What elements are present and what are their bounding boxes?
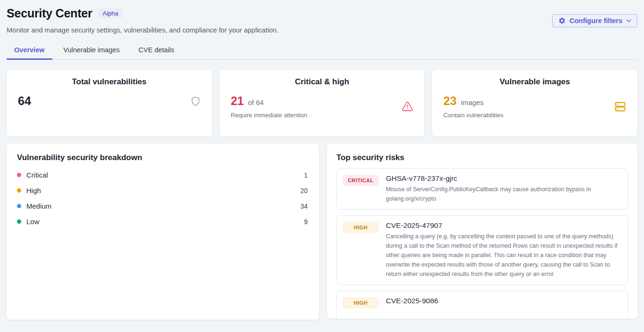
legend-item-critical: Critical 1 xyxy=(17,167,308,183)
legend-item-medium: Medium 34 xyxy=(17,198,308,214)
legend-label: Critical xyxy=(26,171,304,179)
legend-label: Low xyxy=(26,218,304,226)
total-vulnerabilities-value: 64 xyxy=(18,94,31,108)
legend-label: Medium xyxy=(26,202,300,210)
top-security-risks-panel: Top security risks CRITICAL GHSA-v778-23… xyxy=(327,144,637,319)
card-title: Vulnerable images xyxy=(443,77,626,87)
configure-filters-button[interactable]: Configure filters xyxy=(552,14,637,27)
total-vulnerabilities-card: Total vulnerabilities 64 xyxy=(7,70,212,137)
page-title: Security Center xyxy=(7,7,92,20)
risk-list: CRITICAL GHSA-v778-237x-gjrc Misuse of S… xyxy=(336,168,628,319)
security-center-page: Security Center Alpha Configure filters … xyxy=(0,0,644,320)
critical-high-card: Critical & high 21 of 64 Require immedia… xyxy=(220,70,425,137)
breakdown-title: Vulnerability security breakdown xyxy=(17,153,308,162)
vulnerable-images-value: 23 xyxy=(443,94,457,108)
legend-item-low: Low 9 xyxy=(17,214,308,229)
medium-dot-icon xyxy=(17,204,21,208)
card-title: Total vulnerabilities xyxy=(18,77,201,87)
critical-high-caption: Require immediate attention xyxy=(231,112,402,119)
high-dot-icon xyxy=(17,188,21,193)
critical-high-suffix: of 64 xyxy=(248,98,263,106)
legend-value: 20 xyxy=(300,187,308,194)
alpha-badge: Alpha xyxy=(98,8,123,18)
risk-item-cve-2025-9086[interactable]: HIGH CVE-2025-9086 xyxy=(336,291,628,319)
tab-bar: Overview Vulnerable images CVE details xyxy=(7,42,637,60)
risk-id: GHSA-v778-237x-gjrc xyxy=(386,174,622,183)
critical-high-value: 21 xyxy=(231,94,244,108)
warning-triangle-icon xyxy=(402,101,413,112)
shield-icon xyxy=(190,96,201,107)
risk-description: Cancelling a query (e.g. by cancelling t… xyxy=(386,232,622,279)
legend-label: High xyxy=(26,186,300,194)
breakdown-legend: Critical 1 High 20 Medium 34 Low 9 xyxy=(17,167,308,229)
stat-cards-row: Total vulnerabilities 64 Critical & high… xyxy=(7,70,637,137)
risk-item-ghsa-v778-237x-gjrc[interactable]: CRITICAL GHSA-v778-237x-gjrc Misuse of S… xyxy=(336,168,628,210)
severity-badge: CRITICAL xyxy=(342,175,379,186)
legend-item-high: High 20 xyxy=(17,183,308,198)
legend-value: 34 xyxy=(300,202,308,210)
risk-description: Misuse of ServerConfig.PublicKeyCallback… xyxy=(386,185,622,203)
vulnerable-images-card: Vulnerable images 23 images Contain vuln… xyxy=(432,70,637,137)
legend-value: 1 xyxy=(304,171,308,179)
chevron-down-icon xyxy=(626,19,631,23)
risk-id: CVE-2025-9086 xyxy=(386,297,622,305)
top-risks-title: Top security risks xyxy=(336,153,628,162)
page-header: Security Center Alpha Configure filters xyxy=(7,7,637,20)
critical-dot-icon xyxy=(17,173,21,177)
tab-cve-details[interactable]: CVE details xyxy=(131,42,182,59)
vulnerable-images-caption: Contain vulnerabilities xyxy=(443,112,614,119)
vulnerable-images-suffix: images xyxy=(461,98,483,106)
tab-overview[interactable]: Overview xyxy=(7,42,52,59)
risk-item-cve-2025-47907[interactable]: HIGH CVE-2025-47907 Cancelling a query (… xyxy=(336,215,628,285)
configure-filters-label: Configure filters xyxy=(570,17,622,24)
low-dot-icon xyxy=(17,219,21,224)
severity-badge: HIGH xyxy=(342,222,379,233)
severity-badge: HIGH xyxy=(342,297,379,308)
vulnerability-breakdown-panel: Vulnerability security breakdown Critica… xyxy=(7,144,319,320)
tab-vulnerable-images[interactable]: Vulnerable images xyxy=(56,42,128,59)
server-icon xyxy=(614,101,626,113)
card-title: Critical & high xyxy=(231,77,414,87)
panels-row: Vulnerability security breakdown Critica… xyxy=(7,144,637,320)
gear-icon xyxy=(558,17,566,24)
page-subtitle: Monitor and manage security settings, vu… xyxy=(7,26,637,34)
risk-id: CVE-2025-47907 xyxy=(386,221,622,230)
legend-value: 9 xyxy=(304,218,308,226)
